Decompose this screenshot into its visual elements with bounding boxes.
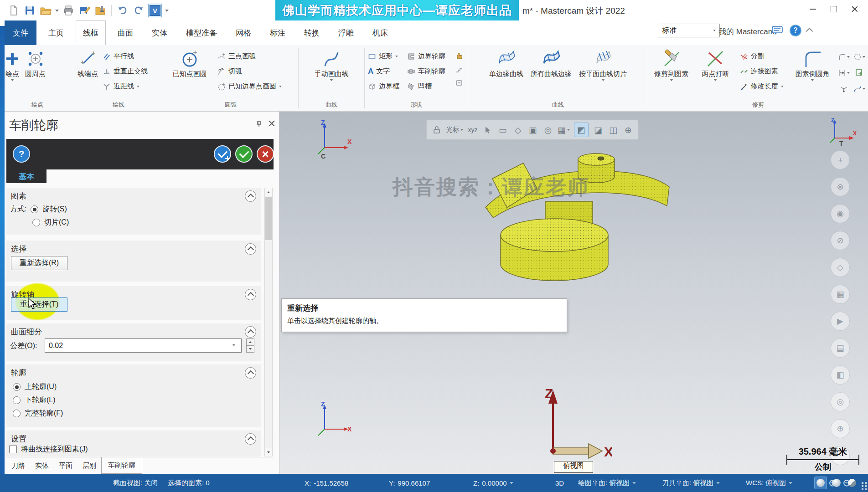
half-sphere-button[interactable] [846, 477, 858, 489]
tab-file[interactable]: 文件 [5, 20, 36, 45]
collapse-ribbon-caret[interactable] [806, 28, 813, 35]
cylinder-view-icon[interactable]: ◎ [542, 123, 553, 137]
perpendicular-line-button[interactable]: 垂直正交线 [100, 64, 150, 79]
graphics-area[interactable]: 光标 xyz ▭ ◇ ▣ ◎ ▦ ◩ ◪ ◫ ⊕ [279, 112, 868, 474]
slot-shape-button[interactable] [453, 76, 465, 90]
circle-close-button[interactable] [853, 50, 865, 64]
feedback-button[interactable] [771, 25, 783, 36]
circle-points-button[interactable]: 圆周点 [23, 46, 48, 98]
curve-all-edges-button[interactable]: 所有曲线边缘 [528, 46, 574, 98]
open-dropdown-caret[interactable] [55, 10, 59, 12]
turn-profile-button[interactable]: 车削轮廓 [405, 64, 452, 79]
undo-button[interactable] [116, 4, 129, 17]
collapse-entity-button[interactable] [245, 190, 256, 202]
radio-slice[interactable] [32, 219, 40, 226]
solid-view-icon[interactable]: ▣ [527, 123, 538, 137]
model-3d[interactable] [465, 150, 675, 301]
wcs-selector[interactable]: WCS: 俯视图 [746, 474, 792, 492]
print-button[interactable] [62, 4, 75, 17]
mode-3d-toggle[interactable]: 3D [555, 474, 564, 492]
panel-scrollbar[interactable] [264, 188, 273, 456]
close-panel-button[interactable] [268, 120, 275, 127]
circle-edge-points-button[interactable]: 已知边界点画圆 [215, 79, 284, 94]
panel-help-button[interactable]: ? [13, 145, 30, 163]
tab-drafting[interactable]: 标注 [263, 20, 292, 45]
curve-slice-button[interactable]: 按平面曲线切片 [577, 46, 629, 98]
box-plus-button[interactable] [853, 66, 865, 80]
bounding-box-button[interactable]: 边界框 [366, 79, 405, 94]
drop-to-arc-button[interactable] [838, 82, 850, 96]
extend-to-button[interactable] [838, 66, 850, 80]
grid-dropdown[interactable]: ▦ [558, 123, 570, 137]
select-arrow-icon[interactable] [482, 123, 493, 137]
my-mastercam-link[interactable]: 我的 Mastercam [718, 26, 775, 37]
divide-button[interactable]: 分割 [738, 49, 789, 64]
orbit-button[interactable]: ◉ [831, 204, 850, 223]
arc-tangent-button[interactable]: 切弧 [215, 64, 284, 79]
collapse-profile-button[interactable] [245, 367, 256, 379]
spin-up-button[interactable] [246, 338, 254, 346]
qat-customize-caret[interactable] [165, 10, 169, 12]
manual-spline-button[interactable]: 手动画曲线 [312, 46, 351, 98]
radio-lower-profile[interactable] [13, 396, 21, 404]
wireframe-view-icon[interactable]: ◪ [593, 123, 604, 137]
matte-sphere-button[interactable] [831, 477, 842, 489]
join-entities-button[interactable]: 连接图素 [738, 64, 789, 79]
modify-length-button[interactable]: 修改长度 [738, 79, 789, 94]
gview-cube-icon[interactable]: ◇ [512, 123, 523, 137]
cursor-tracking-dropdown[interactable]: 光标 [446, 123, 463, 137]
maximize-button[interactable] [823, 0, 844, 18]
tab-planes[interactable]: 平面 [54, 457, 78, 474]
section-view-status[interactable]: 截面视图: 关闭 [113, 474, 158, 492]
spin-down-button[interactable] [246, 346, 254, 353]
save-as-button[interactable] [78, 4, 91, 17]
radio-upper-profile[interactable] [13, 383, 21, 391]
collapse-axis-button[interactable] [245, 289, 256, 300]
collapse-selection-button[interactable] [245, 243, 256, 255]
close-button[interactable] [844, 0, 865, 18]
help-button[interactable]: ? [790, 25, 801, 36]
plane-tool-icon[interactable]: ▭ [497, 123, 508, 137]
scrollbar-thumb[interactable] [265, 197, 272, 240]
isometric-view-button[interactable]: ◇ [831, 258, 850, 277]
minimize-button[interactable] [802, 0, 823, 18]
sphere-view-button[interactable]: ⊕ [831, 419, 850, 438]
collapse-settings-button[interactable] [245, 433, 256, 445]
open-file-button[interactable] [39, 4, 52, 17]
closest-line-button[interactable]: 近距线 [100, 79, 150, 94]
resize-grip[interactable] [862, 482, 863, 484]
parallel-line-button[interactable]: 平行线 [100, 49, 150, 64]
reselect-axis-button[interactable]: 重新选择(T) [11, 297, 67, 312]
tab-toolpaths[interactable]: 刀路 [6, 457, 30, 474]
checkbox-join-curves[interactable] [9, 446, 17, 453]
tolerance-combo-caret[interactable] [232, 344, 235, 346]
ok-create-new-button[interactable] [214, 145, 231, 163]
trim-corner-button[interactable] [838, 50, 850, 64]
arc-3points-button[interactable]: 三点画弧 [215, 49, 284, 64]
tab-surfaces[interactable]: 曲面 [111, 20, 140, 45]
rectangle-button[interactable]: 矩形 [366, 49, 405, 64]
tolerance-input[interactable] [45, 338, 242, 353]
disable-button[interactable]: ⊘ [831, 231, 850, 250]
pan-button[interactable]: ▶ [831, 312, 850, 331]
tab-machine[interactable]: 机床 [366, 20, 395, 45]
half-shade-button[interactable]: ◧ [831, 365, 850, 384]
selected-command-button[interactable]: V [148, 4, 162, 17]
relief-groove-button[interactable]: 凹槽 [405, 79, 452, 94]
radio-spin[interactable] [31, 205, 38, 213]
zip-to-go-button[interactable] [94, 4, 107, 17]
target-view-button[interactable]: ◎ [831, 392, 850, 411]
lock-icon[interactable] [431, 123, 442, 137]
stair-shape-button[interactable] [453, 62, 465, 76]
tab-turn-profile[interactable]: 车削轮廓 [101, 457, 142, 474]
tab-art[interactable]: 浮雕 [331, 20, 361, 45]
letters-button[interactable]: A 文字 [366, 64, 405, 79]
xyz-readout[interactable]: xyz [467, 123, 478, 137]
circle-center-point-button[interactable]: 已知点画圆 [164, 46, 215, 98]
coord-caret[interactable] [510, 482, 513, 484]
curve-one-edge-button[interactable]: 单边缘曲线 [487, 46, 526, 98]
section-view-icon[interactable]: ⊕ [623, 123, 634, 137]
tab-levels[interactable]: 层别 [78, 457, 101, 474]
tab-home[interactable]: 主页 [41, 20, 71, 45]
tolerance-spinner[interactable] [246, 338, 254, 353]
